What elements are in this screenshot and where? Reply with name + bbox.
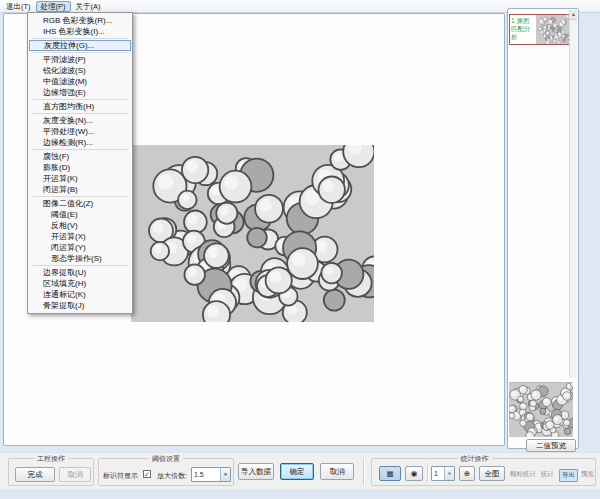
processing-menu-popup: RGB 色彩变换(R)...IHS 色彩变换(I)...灰度拉伸(G)...平滑…: [27, 12, 133, 314]
threshold-group-label: 阈值设置: [149, 454, 183, 464]
result-list-panel: 1 原图 匹配分析 ▲ 二值预览: [507, 8, 579, 449]
menu-separator: [32, 113, 128, 114]
group-divider: [427, 463, 429, 483]
spinner-arrow-icon[interactable]: ▾: [444, 467, 454, 480]
finish-button[interactable]: 完成: [15, 467, 55, 482]
statistics-group-label: 统计操作: [458, 454, 492, 464]
target-icon[interactable]: ◉: [405, 466, 423, 481]
menu-item[interactable]: 锐化滤波(S): [29, 65, 131, 76]
stat-link-2[interactable]: 导出: [559, 469, 578, 482]
scroll-up-icon[interactable]: ▲: [570, 10, 577, 20]
menu-item[interactable]: 开运算(X): [29, 231, 131, 242]
menu-item[interactable]: 边界提取(U): [29, 267, 131, 278]
preview-thumbnail: [509, 382, 573, 437]
menu-item[interactable]: 闭运算(Y): [29, 242, 131, 253]
bottom-toolbar: 工程操作 完成 取消 阈值设置 标识符显示 ✓ 放大倍数: 1.5 ▼ 导入数据…: [0, 452, 600, 491]
zoom-factor-value: 1.5: [192, 471, 220, 478]
menu-item[interactable]: 中值滤波(M): [29, 76, 131, 87]
menu-item[interactable]: 开运算(K): [29, 173, 131, 184]
menu-item[interactable]: 骨架提取(J): [29, 300, 131, 311]
crosshair-icon[interactable]: ⊕: [459, 466, 475, 481]
menu-separator: [32, 196, 128, 197]
menu-item[interactable]: 平滑处理(W)...: [29, 126, 131, 137]
menu-separator: [32, 38, 128, 39]
sidebar-scrollbar[interactable]: ▲: [569, 10, 577, 378]
project-group-label: 工程操作: [34, 454, 68, 464]
menu-item[interactable]: 区域填充(H): [29, 278, 131, 289]
menu-title-2[interactable]: 关于(A): [72, 1, 105, 12]
cancel-button[interactable]: 取消: [320, 463, 354, 480]
chevron-down-icon[interactable]: ▼: [220, 468, 230, 481]
menu-item[interactable]: 直方图均衡(H): [29, 101, 131, 112]
stat-link-0[interactable]: 颗粒统计: [508, 469, 538, 480]
menu-item[interactable]: 边缘检测(R)...: [29, 137, 131, 148]
result-item-line1: 1 原图: [511, 17, 536, 25]
menu-item[interactable]: 膨胀(D): [29, 162, 131, 173]
menu-title-1[interactable]: 处理(P): [36, 1, 71, 12]
project-group: 工程操作 完成 取消: [8, 458, 94, 486]
menu-separator: [32, 52, 128, 53]
result-item-line2: 匹配分析: [511, 25, 536, 41]
menu-item[interactable]: IHS 色彩变换(I)...: [29, 26, 131, 37]
toolbar-divider: [363, 458, 365, 485]
result-item-thumbnail: [536, 15, 569, 44]
import-data-button[interactable]: 导入数据: [238, 463, 274, 480]
fit-view-button[interactable]: 全图: [479, 466, 505, 481]
result-item-label: 1 原图 匹配分析: [510, 15, 536, 44]
zoom-factor-combobox[interactable]: 1.5 ▼: [191, 467, 231, 482]
menu-separator: [32, 99, 128, 100]
menu-separator: [32, 149, 128, 150]
menu-item[interactable]: 闭运算(B): [29, 184, 131, 195]
menu-item[interactable]: 阈值(E): [29, 209, 131, 220]
menu-item[interactable]: 连通标记(K): [29, 289, 131, 300]
menu-item[interactable]: 腐蚀(F): [29, 151, 131, 162]
menu-item[interactable]: 灰度变换(N)...: [29, 115, 131, 126]
count-spinner[interactable]: 1 ▾: [431, 466, 455, 481]
micrograph-image: [131, 145, 374, 322]
menu-item[interactable]: 平滑滤波(P): [29, 54, 131, 65]
menu-item[interactable]: 形态学操作(S): [29, 253, 131, 264]
marker-display-label: 标识符显示: [103, 471, 138, 481]
stat-link-1[interactable]: 统计: [539, 469, 556, 480]
film-icon[interactable]: ▦: [379, 466, 401, 481]
marker-display-checkbox[interactable]: ✓: [143, 470, 151, 478]
statistics-group: 统计操作 ▦ ◉ 1 ▾ ⊕ 全图 颗粒统计统计导出预览: [371, 458, 596, 486]
menu-separator: [32, 265, 128, 266]
result-list-item[interactable]: 1 原图 匹配分析: [509, 14, 570, 45]
cancel-project-button[interactable]: 取消: [59, 467, 91, 482]
zoom-factor-label: 放大倍数:: [157, 471, 187, 481]
menu-item[interactable]: RGB 色彩变换(R)...: [29, 15, 131, 26]
count-spinner-value: 1: [432, 470, 444, 477]
menu-item[interactable]: 反相(V): [29, 220, 131, 231]
menu-item[interactable]: 灰度拉伸(G)...: [29, 40, 131, 51]
binary-preview-button[interactable]: 二值预览: [526, 439, 576, 452]
threshold-group: 阈值设置 标识符显示 ✓ 放大倍数: 1.5 ▼: [98, 458, 234, 486]
ok-button[interactable]: 确定: [280, 463, 314, 480]
menu-title-0[interactable]: 退出(T): [2, 1, 35, 12]
menu-item[interactable]: 图像二值化(Z): [29, 198, 131, 209]
menu-item[interactable]: 边缘增强(E): [29, 87, 131, 98]
stat-link-3[interactable]: 预览: [579, 469, 596, 480]
